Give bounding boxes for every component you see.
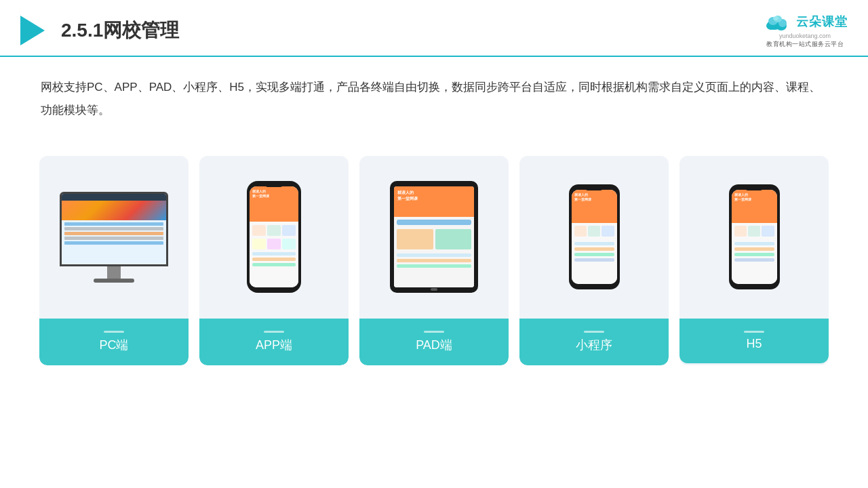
miniprogram-mini-row bbox=[574, 247, 614, 251]
miniprogram-label: 小程序 bbox=[519, 319, 669, 365]
pad-home-btn bbox=[431, 288, 437, 291]
logo-cloud: 云朵课堂 bbox=[762, 12, 848, 31]
miniprogram-phone-frame bbox=[569, 184, 620, 289]
logo-domain: yunduoketang.com bbox=[779, 33, 831, 39]
pad-label-bar bbox=[424, 331, 444, 333]
app-mini-row bbox=[252, 252, 296, 256]
h5-grid-item bbox=[748, 226, 760, 237]
app-mini-rows bbox=[252, 252, 296, 266]
app-grid-item bbox=[267, 239, 281, 249]
logo-area: 云朵课堂 yunduoketang.com 教育机构一站式服务云平台 bbox=[762, 12, 848, 49]
monitor-screen bbox=[62, 194, 166, 264]
pad-mini-row bbox=[397, 259, 471, 262]
app-phone-frame bbox=[247, 181, 301, 293]
h5-card: H5 bbox=[679, 156, 829, 365]
miniprogram-phone-notch bbox=[586, 187, 602, 190]
pc-row bbox=[64, 222, 163, 226]
h5-screen-content bbox=[732, 190, 777, 284]
pad-tablet-screen bbox=[394, 186, 474, 287]
page-title: 2.5.1网校管理 bbox=[61, 18, 179, 43]
app-label-text: APP端 bbox=[256, 338, 292, 352]
description: 网校支持PC、APP、PAD、小程序、H5，实现多端打通，产品各终端自由切换，数… bbox=[0, 57, 868, 129]
miniprogram-screen-content bbox=[572, 190, 617, 284]
monitor-body bbox=[60, 192, 168, 266]
pad-label-text: PAD端 bbox=[416, 338, 452, 352]
app-image-area bbox=[206, 169, 342, 305]
h5-mini-row bbox=[734, 247, 774, 251]
pc-top-bar bbox=[62, 201, 166, 220]
pc-content bbox=[62, 220, 166, 247]
h5-image-area bbox=[686, 169, 822, 305]
h5-phone-notch bbox=[746, 187, 762, 190]
pc-row bbox=[64, 237, 163, 240]
miniprogram-phone-screen bbox=[572, 190, 617, 284]
h5-phone-frame bbox=[729, 184, 780, 289]
app-card: APP端 bbox=[199, 156, 349, 365]
miniprogram-mini-row bbox=[574, 253, 614, 256]
pad-tablet-frame bbox=[390, 181, 478, 293]
pad-mini-row bbox=[397, 253, 471, 257]
logo-text-main: 云朵课堂 bbox=[796, 14, 848, 30]
header-left: 2.5.1网校管理 bbox=[20, 16, 179, 45]
pad-mini-row bbox=[397, 220, 471, 225]
h5-mini-rows bbox=[734, 242, 774, 262]
miniprogram-label-text: 小程序 bbox=[576, 338, 612, 352]
pad-card: PAD端 bbox=[359, 156, 509, 365]
pc-row bbox=[64, 227, 163, 230]
monitor-stand bbox=[107, 266, 121, 279]
pc-image-area bbox=[46, 169, 182, 305]
miniprogram-label-bar bbox=[584, 331, 604, 333]
cards-container: PC端 bbox=[0, 136, 868, 365]
description-text: 网校支持PC、APP、PAD、小程序、H5，实现多端打通，产品各终端自由切换，数… bbox=[41, 81, 821, 117]
miniprogram-mini-rows bbox=[574, 242, 614, 262]
h5-label-bar bbox=[744, 331, 764, 333]
pc-row bbox=[64, 232, 163, 235]
app-grid bbox=[252, 225, 296, 249]
app-label: APP端 bbox=[199, 319, 349, 365]
pc-label-bar bbox=[104, 331, 124, 333]
pad-screen-content bbox=[394, 186, 474, 287]
app-phone-screen bbox=[250, 186, 298, 287]
pad-label: PAD端 bbox=[359, 319, 509, 365]
miniprogram-image-area bbox=[526, 169, 662, 305]
pc-card: PC端 bbox=[39, 156, 189, 365]
app-mini-row bbox=[252, 258, 296, 261]
pc-row bbox=[64, 241, 163, 245]
h5-mini-row bbox=[734, 242, 774, 245]
pc-nav-bar bbox=[62, 194, 166, 201]
app-grid-item bbox=[252, 225, 266, 236]
logo-subtitle: 教育机构一站式服务云平台 bbox=[766, 41, 844, 49]
pc-label: PC端 bbox=[39, 319, 189, 365]
miniprogram-mini-row bbox=[574, 258, 614, 262]
h5-mini-row bbox=[734, 253, 774, 256]
pc-label-text: PC端 bbox=[99, 338, 128, 352]
h5-label: H5 bbox=[679, 319, 829, 363]
miniprogram-grid-item bbox=[574, 226, 587, 237]
h5-phone-screen bbox=[732, 190, 777, 284]
monitor-base bbox=[94, 279, 134, 283]
app-grid-item bbox=[282, 239, 296, 249]
pad-mini-rows bbox=[397, 220, 471, 268]
header: 2.5.1网校管理 云朵课堂 yunduoketang.com 教育机构一站式服… bbox=[0, 0, 868, 57]
cloud-icon bbox=[762, 12, 792, 31]
pc-monitor bbox=[60, 192, 168, 283]
play-icon bbox=[20, 16, 45, 45]
h5-grid-item bbox=[734, 226, 747, 237]
miniprogram-grid bbox=[574, 226, 614, 237]
h5-grid bbox=[734, 226, 774, 237]
miniprogram-grid-item bbox=[601, 226, 614, 237]
pad-image-area bbox=[366, 169, 502, 305]
h5-label-text: H5 bbox=[746, 337, 762, 350]
miniprogram-mini-row bbox=[574, 242, 614, 245]
h5-grid-item bbox=[762, 226, 774, 237]
app-grid-item bbox=[267, 225, 281, 236]
miniprogram-card: 小程序 bbox=[519, 156, 669, 365]
pad-mini-row bbox=[397, 264, 471, 268]
app-grid-item bbox=[252, 239, 266, 249]
svg-point-7 bbox=[773, 16, 778, 20]
h5-mini-row bbox=[734, 258, 774, 262]
app-phone-notch bbox=[266, 184, 282, 187]
app-label-bar bbox=[264, 331, 284, 333]
app-mini-row bbox=[252, 263, 296, 266]
app-grid-item bbox=[282, 225, 296, 236]
